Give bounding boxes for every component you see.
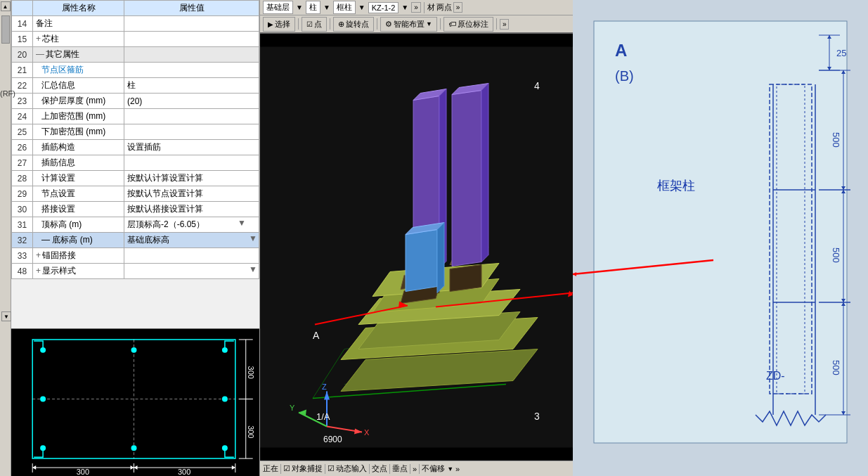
prop-value-selected[interactable]: 基础底标高 ▼ (124, 233, 259, 248)
svg-marker-52 (452, 91, 481, 266)
point-button[interactable]: ☑ 点 (302, 17, 327, 32)
dim-500-1: 500 (831, 132, 841, 148)
dim-25: 25 (836, 48, 846, 58)
rotate-point-button[interactable]: ⊕ 旋转点 (333, 17, 374, 32)
table-row[interactable]: 28 计算设置 按默认计算设置计算 (12, 171, 259, 186)
table-row[interactable]: 14 备注 (12, 16, 259, 32)
frame-selector[interactable]: 框柱 (333, 1, 356, 14)
svg-text:300: 300 (77, 468, 89, 476)
prop-name: 下加密范围 (mm) (33, 124, 124, 140)
scroll-up-arrow[interactable]: ▲ (1, 1, 11, 11)
layer-selector[interactable]: 基础层 (263, 1, 293, 14)
prop-name: 插筋构造 (33, 140, 124, 155)
svg-point-4 (40, 347, 46, 353)
toolbar-divider5 (440, 18, 441, 30)
prop-value[interactable]: 层顶标高-2（-6.05） ▼ (124, 217, 259, 233)
frame-col-label: 框架柱 (657, 179, 695, 193)
table-row[interactable]: 33 +锚固搭接 (12, 248, 259, 264)
code-selector[interactable]: KZ-1-2 (368, 2, 399, 13)
left-scrollbar[interactable]: ▲ ▼ (0, 0, 11, 476)
prop-value[interactable]: 按默认搭接设置计算 (124, 202, 259, 217)
prop-value[interactable] (124, 124, 259, 140)
table-row[interactable]: 26 插筋构造 设置插筋 (12, 140, 259, 155)
snap-toggle[interactable]: ☑ 对象捕捉 (283, 463, 323, 474)
more-btn[interactable]: » (411, 2, 421, 13)
status-sep5 (410, 464, 410, 474)
prop-name: 节点区箍筋 (33, 63, 124, 78)
rotate-icon: ⊕ (338, 20, 344, 29)
dropdown-icon: ▼ (426, 20, 432, 27)
prop-value[interactable] (124, 63, 259, 78)
row-num: 30 (12, 202, 33, 217)
prop-name: +芯柱 (33, 32, 124, 47)
prop-name: 计算设置 (33, 171, 124, 186)
sep4: ▼ (401, 4, 408, 11)
checkbox-icon2: ☑ (328, 464, 335, 473)
expand-icon: + (36, 34, 41, 44)
smart-place-button[interactable]: ⚙ 智能布置 ▼ (380, 17, 437, 32)
prop-value[interactable] (124, 155, 259, 171)
node-rebar-link[interactable]: 节点区箍筋 (41, 65, 84, 75)
cursor-icon: ▶ (268, 20, 273, 28)
prop-value[interactable] (124, 248, 259, 264)
select-button[interactable]: ▶ 选择 (263, 17, 295, 32)
label-A: A (313, 330, 320, 341)
dynamic-input-toggle[interactable]: ☑ 动态输入 (328, 463, 367, 474)
dropdown-arrow-icon2[interactable]: ▼ (249, 264, 257, 274)
prop-value[interactable] (124, 32, 259, 47)
label-3: 3 (534, 411, 540, 422)
checkbox-icon: ☑ (283, 464, 290, 473)
prop-value[interactable]: 柱 (124, 78, 259, 94)
table-row[interactable]: 29 节点设置 按默认节点设置计算 (12, 186, 259, 202)
prop-value[interactable] (124, 16, 259, 32)
prop-value[interactable]: ▼ (124, 264, 259, 279)
material-label: 材 (427, 2, 435, 13)
toolbar-second: ▶ 选择 ☑ 点 ⊕ 旋转点 ⚙ 智能布置 ▼ 🏷 原位标注 » (260, 15, 573, 34)
svg-text:300: 300 (247, 425, 255, 438)
more-status-btn2[interactable]: » (455, 465, 460, 473)
svg-text:300: 300 (247, 366, 255, 379)
3d-viewport[interactable]: Z X Y 4 A 1/A 3 6900 (260, 34, 573, 461)
prop-name: 汇总信息 (33, 78, 124, 94)
original-mark-button[interactable]: 🏷 原位标注 (443, 17, 493, 32)
more-btn3[interactable]: » (500, 19, 510, 30)
dropdown-arrow-icon[interactable]: ▼ (249, 233, 257, 243)
more-status-btn[interactable]: » (413, 465, 417, 473)
prop-value[interactable]: 设置插筋 (124, 140, 259, 155)
prop-name: +锚固搭接 (33, 248, 124, 264)
table-row[interactable]: 24 上加密范围 (mm) (12, 109, 259, 124)
two-point-label: 两点 (436, 2, 452, 13)
table-row[interactable]: 27 插筋信息 (12, 155, 259, 171)
scroll-down-arrow[interactable]: ▼ (1, 311, 11, 321)
property-table: 属性名称 属性值 14 备注 15 (11, 0, 259, 328)
row-num: 25 (12, 124, 33, 140)
dim-500-2: 500 (831, 247, 841, 263)
table-row[interactable]: 22 汇总信息 柱 (12, 78, 259, 94)
table-row[interactable]: 30 搭接设置 按默认搭接设置计算 (12, 202, 259, 217)
table-row[interactable]: 23 保护层厚度 (mm) (20) (12, 94, 259, 109)
rotate-label: 旋转点 (346, 19, 369, 30)
mark-icon: 🏷 (448, 20, 456, 28)
sep3: ▼ (358, 4, 365, 11)
svg-text:Y: Y (290, 404, 295, 412)
right-panel: A (B) 框架柱 25 500 500 (573, 0, 868, 476)
bottom-status-bar: 正在 ☑ 对象捕捉 ☑ 动态输入 交点 垂点 » 不偏移 ▼ » (260, 461, 573, 476)
prop-value[interactable]: 按默认计算设置计算 (124, 171, 259, 186)
table-row-selected[interactable]: 32 — 底标高 (m) 基础底标高 ▼ (12, 233, 259, 248)
more-btn2[interactable]: » (453, 2, 463, 13)
row-num: 29 (12, 186, 33, 202)
table-row[interactable]: 48 +显示样式 ▼ (12, 264, 259, 279)
prop-value[interactable]: (20) (124, 94, 259, 109)
table-row[interactable]: 25 下加密范围 (mm) (12, 124, 259, 140)
table-row[interactable]: 21 节点区箍筋 (12, 63, 259, 78)
mark-label: 原位标注 (458, 19, 488, 30)
table-row[interactable]: 31 顶标高 (m) 层顶标高-2（-6.05） ▼ (12, 217, 259, 233)
prop-name: 上加密范围 (mm) (33, 109, 124, 124)
scroll-thumb[interactable] (1, 15, 10, 44)
type-selector[interactable]: 柱 (306, 1, 320, 14)
table-row[interactable]: 15 +芯柱 (12, 32, 259, 47)
prop-value[interactable]: 按默认节点设置计算 (124, 186, 259, 202)
prop-name: +显示样式 (33, 264, 124, 279)
toolbar-divider2 (298, 18, 299, 30)
prop-value[interactable] (124, 109, 259, 124)
